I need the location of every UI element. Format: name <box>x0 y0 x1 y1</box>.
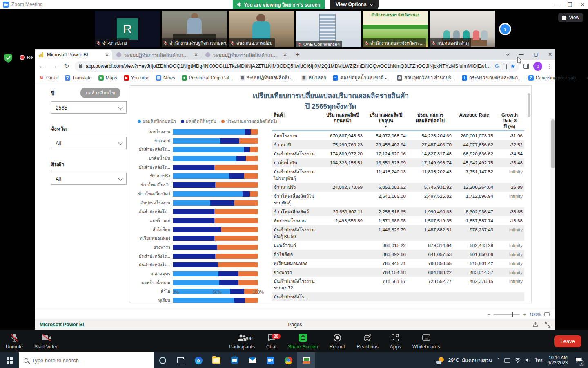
mail-taskbar-icon[interactable] <box>243 352 261 368</box>
bookmark-item[interactable]: 文Translate <box>65 75 92 81</box>
table-row[interactable]: มันสำปะหลังโรงงาน ไม่ระบุพันธุ์11,418,24… <box>272 167 524 183</box>
bar-track[interactable] <box>173 245 258 250</box>
bookmark-star-icon[interactable]: ★ <box>510 63 515 70</box>
bookmark-item[interactable]: ◍ส่วนอุทกวิทยา สำนักบริ... <box>397 74 455 81</box>
product-dropdown[interactable]: All <box>51 173 127 185</box>
bar-track[interactable] <box>173 165 258 170</box>
table-row[interactable]: ข้าวโพดเลี้ยงสัตว์ไม่ ระบุพันธุ์2,641,16… <box>272 192 524 207</box>
browser-tab[interactable]: ระบบปฏิทินการผลิตสินค้าเกษตร✕ <box>112 50 201 60</box>
bookmark-item[interactable]: fกระทรวงเกษตรและสหก... <box>462 74 522 81</box>
apps-button[interactable]: Apps <box>384 330 407 352</box>
tab-close-icon[interactable]: ✕ <box>194 52 198 58</box>
bar-track[interactable] <box>173 182 258 188</box>
participants-button[interactable]: 299⌃Participants <box>223 330 261 352</box>
profile-avatar[interactable]: p <box>533 62 542 71</box>
bookmark-item[interactable]: ▤News <box>156 75 175 81</box>
tab-close-icon[interactable]: ✕ <box>283 52 287 58</box>
taskbar-search[interactable]: Type here to search <box>19 352 154 368</box>
cortana-button[interactable] <box>154 352 172 368</box>
bar-track[interactable] <box>173 218 258 223</box>
start-video-button[interactable]: ⌃Start Video <box>29 330 64 352</box>
year-dropdown[interactable]: 2565 <box>51 101 127 114</box>
address-bar[interactable]: app.powerbi.com/view?r=eyJrIjoiZDhhOGQ1N… <box>75 61 519 72</box>
table-scrollbar[interactable] <box>528 90 530 299</box>
volume-icon[interactable] <box>525 358 531 363</box>
table-row[interactable]: มันสำปะหลังโรงงาน174,809,972.2017,124,62… <box>272 149 524 158</box>
language-indicator[interactable]: ไทย <box>535 357 543 364</box>
bar-track[interactable] <box>173 147 258 152</box>
chrome-taskbar-icon[interactable] <box>279 352 297 368</box>
google-icon[interactable]: G <box>495 63 499 69</box>
participant-thumbnail[interactable]: สนง.กษอ.นาหม่อม <box>229 11 294 47</box>
zoom-in-icon[interactable]: + <box>523 312 526 318</box>
back-button[interactable]: ← <box>38 63 46 70</box>
forward-button[interactable]: → <box>50 63 58 70</box>
bar-track[interactable] <box>173 191 258 197</box>
clock[interactable]: 10:14 AM 9/22/2023 <box>548 355 568 366</box>
bar-track[interactable] <box>173 200 258 206</box>
tray-expand-icon[interactable]: ⌃ <box>496 357 500 363</box>
record-button[interactable]: Record <box>324 330 351 352</box>
page-scrollbar[interactable] <box>550 118 555 310</box>
bookmark-item[interactable]: MGmail <box>39 75 58 81</box>
table-row[interactable]: ทุเรียนหมอนทอง765,945.71780,858.55515,60… <box>272 259 524 268</box>
side-panel-icon[interactable] <box>523 64 529 69</box>
column-header[interactable]: สินค้า <box>272 111 321 118</box>
column-header[interactable]: Growth Rate 3ปี (%) <box>495 111 524 129</box>
browser-tab[interactable]: Microsoft Power BI✕ <box>35 50 112 60</box>
whiteboards-button[interactable]: Whiteboards <box>407 330 445 352</box>
table-row[interactable]: มันสำปะหลังโร... <box>272 292 524 301</box>
fullscreen-icon[interactable] <box>545 322 550 328</box>
table-row[interactable]: มันสำปะหลังโรงงาน ระยอง 72718,581.67728,… <box>272 277 524 292</box>
edge-taskbar-icon[interactable]: e <box>189 352 207 368</box>
tab-close-icon[interactable]: ✕ <box>105 52 109 58</box>
view-options-button[interactable]: View Options <box>330 0 379 9</box>
file-explorer-taskbar-icon[interactable] <box>207 352 225 368</box>
share-screen-button[interactable]: Share Screen <box>282 330 323 352</box>
leave-button[interactable]: Leave <box>554 335 581 347</box>
bar-track[interactable] <box>173 227 258 232</box>
zoom-slider[interactable] <box>494 314 520 315</box>
table-row[interactable]: สับปะรดโรงงาน2,493,556.891,571,686.981,5… <box>272 216 524 225</box>
participant-thumbnail[interactable]: Rจ๋า-บางปะกง <box>95 11 160 47</box>
zoom-out-icon[interactable]: − <box>488 312 491 318</box>
browser-tab[interactable]: ระบบปฏิทินการผลิตสินค้าเกษตร✕ <box>201 50 290 60</box>
bar-track[interactable] <box>173 271 258 276</box>
chat-button[interactable]: 20⌃Chat <box>261 330 282 352</box>
column-header[interactable]: ประมาณการผลผลิตปีถัดไป <box>408 111 453 123</box>
reactions-button[interactable]: ⌃Reactions <box>351 330 384 352</box>
share-icon[interactable] <box>502 64 507 69</box>
bar-track[interactable] <box>173 236 258 241</box>
close-button[interactable]: ✕ <box>580 2 585 8</box>
bookmark-item[interactable]: ▶YouTube <box>124 75 149 81</box>
province-dropdown[interactable]: All <box>51 137 127 149</box>
table-row[interactable]: ข้าวนาปี75,290,760.2329,455,402.9427,487… <box>272 140 524 149</box>
column-header[interactable]: Avarage Rate <box>453 111 495 118</box>
bookmark-item[interactable]: ZCanceling your sub... <box>528 75 580 81</box>
browser-menu-icon[interactable]: ⋮ <box>546 63 552 70</box>
tab-search-icon[interactable] <box>506 52 510 56</box>
task-view-button[interactable] <box>172 352 189 368</box>
weather-widget[interactable]: 29°C มีแดดบางส่วน <box>436 357 492 364</box>
participant-thumbnail[interactable]: สำนักงานเศรษฐกิจการเกษตร... <box>162 11 227 47</box>
table-row[interactable]: ปาล์มน้ำมัน104,326,155.5116,351,323.9917… <box>272 158 524 167</box>
bookmark-item[interactable]: ●Maps <box>98 75 117 81</box>
table-row[interactable]: ข้าวนาปรัง24,802,778.696,052,081.525,745… <box>272 183 524 192</box>
minimize-button[interactable]: — <box>554 2 559 8</box>
bookmark-item[interactable]: ▦หน้าหลัก <box>301 74 327 81</box>
store-taskbar-icon[interactable] <box>225 352 243 368</box>
bookmark-item[interactable]: ●Provincial Crop Cal... <box>182 75 233 81</box>
bookmarks-overflow-icon[interactable]: » <box>586 75 588 80</box>
caret-up-icon[interactable]: ⌃ <box>272 338 276 342</box>
bar-track[interactable] <box>173 254 258 259</box>
active-app-taskbar-icon[interactable] <box>297 352 315 368</box>
caret-up-icon[interactable]: ⌃ <box>369 338 372 342</box>
reload-button[interactable]: ↻ <box>62 62 71 70</box>
column-header[interactable]: ปริมาณผลผลิตปีปัจจุบัน▼ <box>364 111 408 130</box>
maximize-button[interactable]: ❐ <box>567 2 572 8</box>
caret-up-icon[interactable]: ⌃ <box>49 338 52 342</box>
notification-center-button[interactable]: 2 <box>572 352 586 368</box>
next-participants-button[interactable]: › <box>499 23 511 35</box>
column-header[interactable]: ปริมาณผลผลิตปีก่อนหน้า <box>321 111 364 123</box>
participant-thumbnail[interactable]: OAE Conference4 <box>296 11 361 47</box>
